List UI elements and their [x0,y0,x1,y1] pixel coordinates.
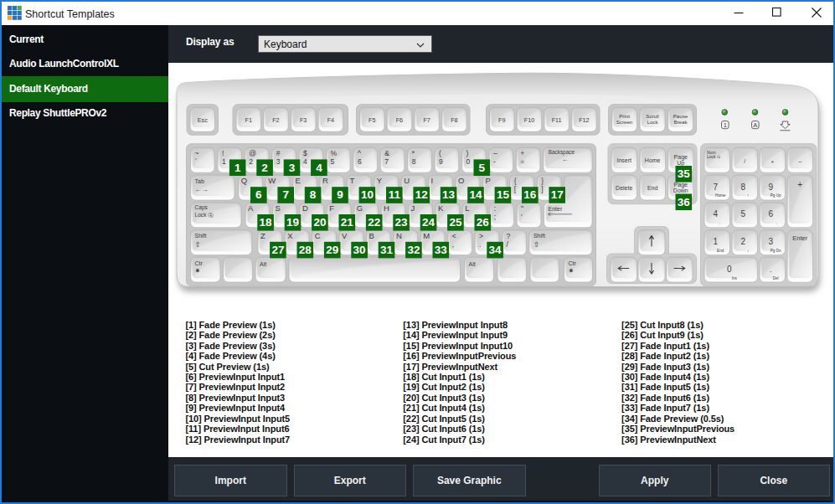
svg-text:Up: Up [677,160,684,167]
svg-text:Y: Y [377,176,383,185]
svg-text:Home: Home [645,157,661,163]
svg-text:Print: Print [619,113,630,119]
svg-text:6: 6 [768,209,773,219]
svg-text:✷: ✷ [569,267,575,275]
svg-text:V: V [342,231,348,240]
svg-text:G: G [357,203,363,213]
svg-text:T: T [349,176,354,185]
svg-text:J: J [411,203,415,213]
svg-text:~: ~ [195,149,199,157]
svg-text:": " [521,204,523,213]
svg-text:5: 5 [479,162,486,174]
svg-text:12: 12 [415,188,428,201]
svg-text:F9: F9 [498,116,505,124]
svg-text:Pause: Pause [673,113,688,119]
svg-text:15: 15 [497,188,510,201]
svg-text:18: 18 [260,216,273,229]
svg-text:←→: ←→ [195,186,209,193]
svg-text:W: W [268,176,276,185]
svg-text:End: End [717,249,724,253]
svg-text:–: – [493,149,497,157]
svg-text:<: < [452,232,456,240]
svg-text:F11: F11 [552,116,562,124]
svg-text:Scroll: Scroll [646,113,658,119]
svg-text:Tab: Tab [195,178,204,184]
svg-text:9: 9 [439,157,443,166]
svg-text:): ) [466,149,469,157]
svg-text:M: M [423,231,430,240]
svg-text:Lock Ⓐ: Lock Ⓐ [195,212,214,218]
svg-text:Delete: Delete [616,185,632,191]
svg-text:10: 10 [361,188,374,201]
svg-text:B: B [369,231,374,240]
svg-text:F10: F10 [524,116,534,124]
svg-text:C: C [315,231,321,240]
svg-text:(: ( [439,149,441,157]
svg-text:Q: Q [241,176,247,185]
svg-text:F8: F8 [451,116,457,124]
svg-text:Enter: Enter [549,206,563,212]
svg-text:Insert: Insert [616,157,631,163]
svg-text:2: 2 [740,237,745,246]
svg-text:1: 1 [713,237,718,246]
svg-text:F5: F5 [369,116,375,124]
svg-text:0: 0 [466,157,471,166]
svg-text:U: U [404,176,410,185]
svg-text:1: 1 [222,157,226,166]
svg-text:6: 6 [358,157,362,166]
svg-text:5: 5 [740,209,745,219]
svg-text:9: 9 [337,188,343,201]
svg-text:⇧: ⇧ [533,240,539,249]
svg-text:F6: F6 [396,116,403,124]
svg-text:26: 26 [477,216,490,229]
svg-text:A: A [753,121,757,129]
svg-text:F1: F1 [245,116,252,124]
svg-text:31: 31 [380,244,394,256]
svg-text:=: = [520,157,524,166]
svg-text:;: ; [494,213,496,221]
svg-text:F: F [329,203,334,213]
svg-text:S: S [276,203,281,213]
svg-text:?: ? [507,232,511,240]
svg-text:34: 34 [489,244,503,256]
svg-text:{: { [514,177,517,185]
svg-text:23: 23 [395,216,409,229]
svg-text:5: 5 [331,157,335,166]
svg-text:A: A [248,203,254,213]
svg-text:P: P [485,176,490,185]
svg-text:Shift: Shift [533,233,545,239]
svg-text:O: O [458,176,464,185]
svg-text:21: 21 [341,216,354,229]
svg-text:35: 35 [678,167,691,180]
svg-text:19: 19 [286,216,299,229]
svg-text:.: . [479,240,481,249]
svg-text:↑: ↑ [747,193,749,198]
svg-text:Ins: Ins [732,276,738,280]
svg-text:22: 22 [368,216,380,229]
svg-text:F4: F4 [327,116,334,124]
svg-text:8: 8 [412,157,416,166]
svg-text:*: * [771,159,774,167]
svg-text:Z: Z [260,231,265,240]
svg-text:28: 28 [299,244,312,256]
svg-text:24: 24 [422,216,436,229]
svg-text:36: 36 [678,196,691,208]
svg-text:Ctr: Ctr [569,260,577,266]
svg-text:3: 3 [768,237,773,246]
svg-text:]: ] [541,185,543,193]
svg-text:!: ! [222,149,224,157]
svg-text:17: 17 [551,188,564,201]
svg-text:–: – [798,158,801,164]
svg-text:X: X [287,231,293,240]
svg-text:`: ` [195,157,198,166]
svg-text:7: 7 [384,157,389,166]
svg-text:I: I [431,176,434,185]
svg-text:D: D [302,203,308,213]
svg-text:%: % [331,149,338,157]
svg-text:7: 7 [713,183,718,192]
svg-text:Caps: Caps [195,204,209,211]
svg-text:→: → [774,221,778,225]
svg-text:4: 4 [303,157,307,166]
svg-text:←: ← [562,156,569,163]
svg-text:27: 27 [271,244,284,256]
